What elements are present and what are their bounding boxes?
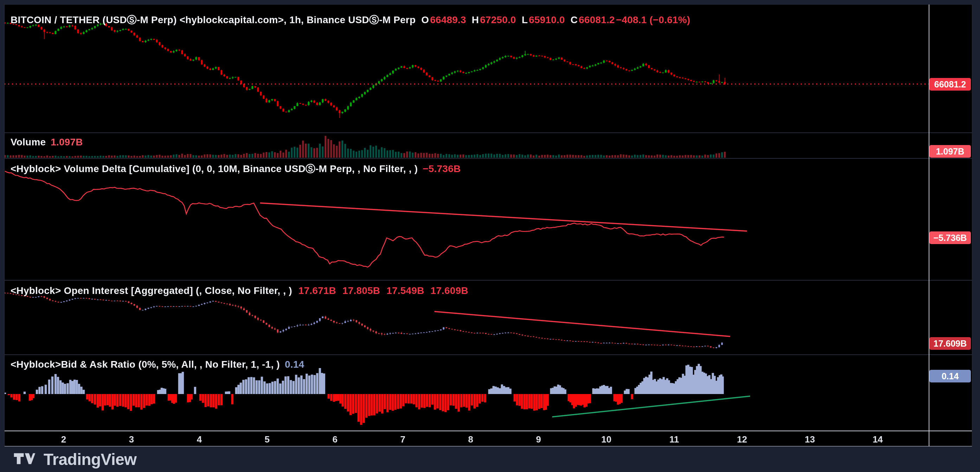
ohlc-close-label: C [571, 14, 578, 25]
time-label: 11 [669, 434, 679, 445]
time-label: 7 [400, 434, 405, 445]
volume-title: Volume [11, 136, 46, 147]
time-label: 13 [805, 434, 815, 445]
oi-open-value: 17.671B [298, 285, 336, 296]
time-label: 9 [536, 434, 541, 445]
tradingview-logo-text: TradingView [44, 450, 137, 469]
bottom-bar: TradingView [0, 447, 980, 472]
time-label: 8 [468, 434, 473, 445]
price-badge: 0.14 [929, 370, 971, 382]
time-label: 10 [601, 434, 612, 445]
tradingview-chart-window: BITCOIN / TETHER (USDⓈ-M Perp) <hyblockc… [0, 0, 980, 472]
price-change: −408.1 (−0.61%) [616, 14, 690, 25]
volume-value: 1.097B [51, 136, 83, 147]
open-interest-legend[interactable]: <Hyblock> Open Interest [Aggregated] (, … [11, 285, 468, 296]
time-label: 12 [737, 434, 747, 445]
volume-legend[interactable]: Volume1.097B [11, 136, 83, 148]
price-badge: 66081.2 [929, 78, 971, 90]
ohlc-low-value: 65910.0 [529, 14, 565, 25]
time-label: 6 [332, 434, 337, 445]
ohlc-high-value: 67250.0 [480, 14, 516, 25]
price-badge: 17.609B [929, 337, 971, 350]
ohlc-high-label: H [472, 14, 479, 25]
ohlc-close-value: 66081.2 [579, 14, 615, 25]
ohlc-open-label: O [422, 14, 429, 25]
symbol-title: BITCOIN / TETHER (USDⓈ-M Perp) <hyblockc… [11, 14, 416, 25]
time-label: 4 [197, 434, 202, 445]
oi-high-value: 17.805B [342, 285, 380, 296]
time-label: 5 [265, 434, 270, 445]
tradingview-logo[interactable]: TradingView [13, 450, 137, 469]
volume-delta-title: <Hyblock> Volume Delta [Cumulative] (0, … [11, 163, 418, 174]
time-scale[interactable] [4, 431, 929, 446]
oi-low-value: 17.549B [387, 285, 424, 296]
tradingview-logo-icon [13, 451, 36, 467]
bid-ask-ratio-legend[interactable]: <Hyblock>Bid & Ask Ratio (0%, 5%, All, ,… [11, 359, 304, 370]
volume-delta-value: −5.736B [423, 163, 461, 174]
oi-close-value: 17.609B [431, 285, 468, 296]
bid-ask-ratio-title: <Hyblock>Bid & Ask Ratio (0%, 5%, All, ,… [11, 359, 280, 370]
ohlc-low-label: L [522, 14, 528, 25]
main-symbol-legend[interactable]: BITCOIN / TETHER (USDⓈ-M Perp) <hyblockc… [11, 13, 690, 27]
chart-canvas[interactable] [0, 0, 980, 472]
time-label: 14 [873, 434, 883, 445]
volume-delta-legend[interactable]: <Hyblock> Volume Delta [Cumulative] (0, … [11, 162, 461, 176]
bid-ask-ratio-value: 0.14 [285, 359, 304, 370]
price-scale[interactable]: 80000.072000.067000.063000.059000.0−4B−5… [929, 4, 973, 431]
time-label: 3 [129, 434, 134, 445]
open-interest-title: <Hyblock> Open Interest [Aggregated] (, … [11, 285, 292, 296]
time-label: 2 [61, 434, 66, 445]
ohlc-open-value: 66489.3 [430, 14, 466, 25]
price-badge: 1.097B [929, 145, 971, 158]
price-badge: −5.736B [929, 231, 971, 244]
